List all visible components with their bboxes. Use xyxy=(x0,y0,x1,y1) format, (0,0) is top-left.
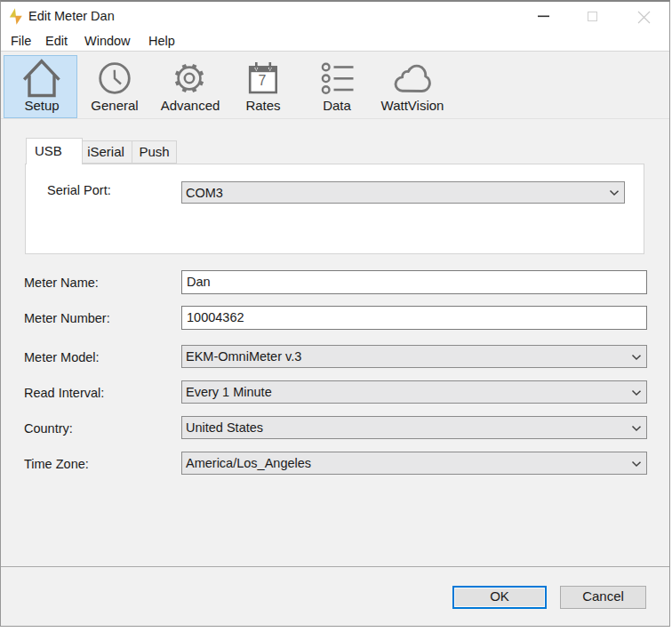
svg-text:7: 7 xyxy=(259,73,267,88)
